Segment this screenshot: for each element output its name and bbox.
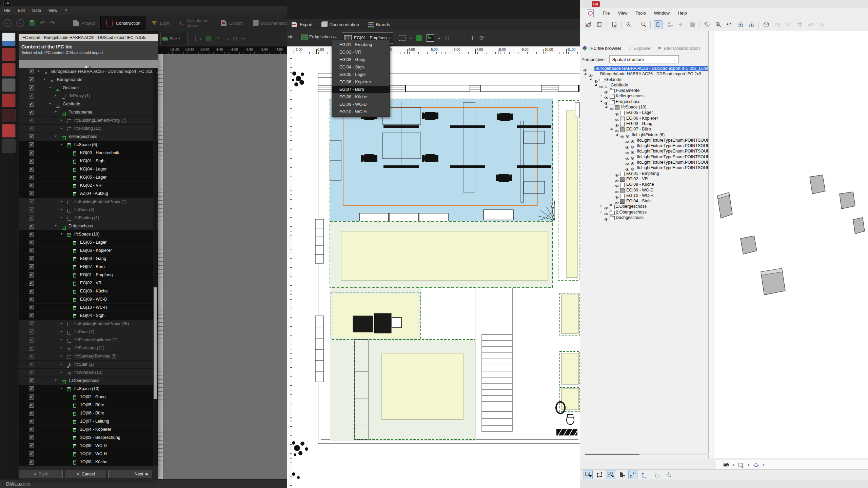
dropdown-item[interactable]: EG|07 - Büro [332, 86, 390, 93]
expander-closed-icon[interactable]: ▸ [61, 346, 62, 349]
dropdown-item[interactable]: EG|05 - Lager [332, 71, 390, 78]
tree-row[interactable]: ✓1O|06 - Büro [19, 409, 158, 418]
tree-row[interactable]: ✓▸·IfcDoor (7) [19, 328, 158, 336]
zoom-extents-icon[interactable] [625, 21, 633, 29]
tree-row[interactable]: ✓EG|02 - VR [19, 279, 158, 287]
chevron-down-icon[interactable]: ▾ [748, 463, 750, 467]
expander-open-icon[interactable]: ▾ [49, 85, 51, 89]
sphere-zoom-icon[interactable] [714, 21, 722, 29]
move-icon[interactable]: ✛ [470, 35, 475, 42]
scrollbar-thumb[interactable] [154, 287, 157, 399]
chevron-right-icon[interactable]: ▸ [438, 36, 440, 40]
checkbox-checked[interactable]: ✓ [29, 167, 34, 172]
tree-row[interactable]: ✓▸⊓IfcFurniture (21) [19, 344, 158, 352]
measure-icon[interactable]: ⊢ [241, 36, 246, 42]
tree-row[interactable]: ⊗IfcLightFixtureTypeEnum.POINTSOURCE [580, 148, 713, 154]
tree-row[interactable]: ◢IfcSpace (10) [580, 104, 713, 110]
expander-closed-icon[interactable]: ▸ [61, 329, 62, 333]
panel-vertical-scrollbar[interactable] [708, 31, 713, 458]
tree-row[interactable]: Dachgeschoss [580, 215, 713, 220]
tree-row[interactable]: ✓▾IfcSpace (10) [19, 385, 158, 393]
breadcrumb-building[interactable]: Gebäude [287, 35, 293, 39]
back-button[interactable]: ◀Back [19, 470, 63, 478]
expander-open-icon[interactable]: ▾ [55, 224, 57, 227]
expander-closed-icon[interactable]: ▷ [600, 204, 602, 207]
tree-row[interactable]: ✓EG|08 - Küche [19, 287, 158, 296]
tree-row[interactable]: ✓KG|02 - VR [19, 182, 158, 190]
tree-row[interactable]: EG|03 - Gang [580, 121, 713, 126]
save-icon[interactable] [595, 21, 604, 29]
mode-tab-light[interactable]: Light [146, 16, 175, 30]
undo-icon[interactable]: ↶ [40, 19, 45, 27]
tree-row[interactable]: ✓▸IfcFooting (1) [19, 214, 158, 222]
house-export-icon[interactable] [747, 21, 755, 29]
tree-row[interactable]: ✓▸IfcBuildingElementProxy (1) [19, 198, 158, 206]
sound-icon[interactable] [677, 21, 685, 29]
forward-icon[interactable]: → [16, 19, 24, 27]
panel-tab-explorer[interactable]: ⌂Explorer [629, 45, 651, 51]
door-cursor-icon[interactable] [617, 470, 626, 479]
tree-row[interactable]: ✓▸·IfcDoor (4) [19, 206, 158, 214]
tree-row[interactable]: ✓▸IfcBuildingElementProxy (7) [19, 117, 158, 125]
tree-row[interactable]: ⊗IfcLightFixtureTypeEnum.POINTSOURCE [580, 154, 713, 160]
tree-row[interactable]: ✓EG|09 - WC-D [19, 296, 158, 304]
checkbox-checked[interactable]: ✓ [29, 216, 34, 221]
tree-row[interactable]: ◢Erdgeschoss [580, 99, 713, 104]
tree-row[interactable]: ▷1.Obergeschoss [580, 204, 713, 209]
redo-icon[interactable]: ↷ [50, 19, 55, 27]
dropdown-item[interactable]: EG|03 - Gang [332, 56, 390, 63]
tree-row[interactable]: ✓▸⊞IfcWindow (10) [19, 369, 158, 377]
tree-row[interactable]: ✓▸IfcBuildingElementProxy (28) [19, 320, 158, 328]
solid-tool-icon[interactable] [416, 35, 422, 41]
expander-closed-icon[interactable]: ▸ [61, 199, 62, 203]
polygon-select-icon[interactable] [595, 470, 604, 479]
menu-item-file[interactable]: File [4, 6, 10, 15]
triangle-guide-icon[interactable] [653, 470, 662, 479]
tree-row[interactable]: EG|09 - WC-D [580, 187, 713, 193]
chevron-down-icon[interactable]: ▾ [200, 37, 201, 41]
checkbox-checked[interactable]: ✓ [29, 118, 34, 123]
reset-view-icon[interactable] [725, 21, 733, 29]
focus-icon[interactable]: ⊡ [445, 35, 449, 41]
tree-row[interactable]: ✓▾✕Bürogebäude HABRA AC26 - DDScad expor… [19, 68, 158, 76]
expander-closed-icon[interactable]: ▷ [600, 210, 602, 213]
breadcrumb-storey[interactable]: Erdgeschoss [309, 35, 334, 39]
tree-row[interactable]: ✓1O|07 - Leitung [19, 418, 158, 426]
tree-row[interactable]: ✓▸IfcFooting (12) [19, 125, 158, 133]
tree-row[interactable]: Fundamente [580, 88, 713, 93]
tree-row[interactable]: ✓EG|04 - Stgh. [19, 312, 158, 320]
expander-closed-icon[interactable]: ▸ [55, 94, 57, 97]
tree-row[interactable]: ✓KG|05 - Lager [19, 174, 158, 182]
expander-closed-icon[interactable]: ▸ [61, 321, 62, 325]
tree-row[interactable]: ✓1O|04 - Kopierer [19, 426, 158, 434]
menu-item-help[interactable]: ? [65, 6, 67, 15]
storey-dropdown-arrow[interactable]: ▾ [335, 36, 337, 39]
menu-item-tools[interactable]: Tools [635, 8, 646, 18]
focus-icon[interactable]: ⊡ [233, 36, 237, 42]
tree-row[interactable]: ✓▾✕Bürogebäude [19, 76, 158, 84]
expander-open-icon[interactable]: ◢ [610, 127, 612, 130]
save-icon[interactable] [29, 20, 35, 26]
space-dropdown-arrow[interactable]: ▾ [389, 36, 391, 40]
visibility-eye-icon[interactable] [604, 216, 609, 222]
dropdown-item[interactable]: EG|10 - WC-H [332, 108, 390, 116]
checkbox-checked[interactable]: ✓ [29, 354, 34, 359]
checkbox-checked[interactable]: ✓ [29, 386, 34, 391]
house-import-icon[interactable] [736, 21, 744, 29]
checkbox-checked[interactable]: ✓ [29, 77, 34, 82]
orbit-view-icon[interactable] [752, 461, 760, 469]
tree-row[interactable]: ▷2.Obergeschoss [580, 209, 713, 215]
winC-menubar[interactable]: FileViewToolsWindowHelp [580, 8, 868, 19]
tree-row[interactable]: EG|06 - Kopierer [580, 116, 713, 121]
winA-menubar[interactable]: FileEditGotoView? [0, 6, 287, 15]
axis-arrow-icon[interactable] [640, 470, 648, 479]
checkbox-checked[interactable]: ✓ [29, 191, 34, 196]
solid-tool-icon[interactable] [205, 36, 212, 42]
chevron-down-icon[interactable]: ▾ [763, 463, 765, 467]
spatial-structure-tree[interactable]: Bürogebäude HABRA AC26 - DDScad export I… [580, 66, 713, 225]
menu-item-view[interactable]: View [48, 6, 57, 15]
menu-item-edit[interactable]: Edit [18, 6, 25, 15]
tree-row[interactable]: ✓1O|09 - WC-D [19, 442, 158, 450]
checkbox-checked[interactable]: ✓ [29, 289, 34, 294]
tree-row[interactable]: ✓1O|03 - Besprechung [19, 434, 158, 442]
